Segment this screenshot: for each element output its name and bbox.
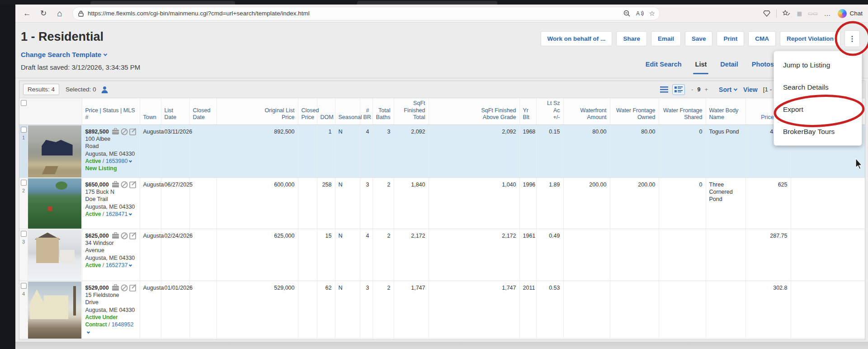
change-search-template-link[interactable]: Change Search Template xyxy=(21,51,107,58)
column-header-closed_date[interactable]: Closed Date xyxy=(189,98,217,124)
column-header-lot_size[interactable]: Lt Sz Ac +/- xyxy=(536,98,563,124)
restricted-icon[interactable] xyxy=(121,284,128,292)
row-checkbox[interactable] xyxy=(21,127,27,133)
cma-button[interactable]: CMA xyxy=(748,31,776,46)
briefcase-icon[interactable] xyxy=(112,284,119,291)
listing-photo-two-story-home-snow[interactable] xyxy=(28,229,81,281)
share-button[interactable]: Share xyxy=(616,31,647,46)
save-button[interactable]: Save xyxy=(685,31,713,46)
cell-closed-price xyxy=(298,177,317,229)
cell-water-body: Three Cornered Pond xyxy=(706,177,745,229)
edit-note-icon[interactable] xyxy=(129,181,137,188)
work-on-behalf-of-button[interactable]: Work on behalf of ... xyxy=(541,31,613,46)
menu-item-search-details[interactable]: Search Details xyxy=(774,76,862,98)
chevron-down-icon[interactable] xyxy=(86,330,90,334)
report-violation-button[interactable]: Report Violation xyxy=(780,31,840,46)
browser-tab[interactable] xyxy=(90,1,235,5)
tab-detail[interactable]: Detail xyxy=(720,61,738,72)
briefcase-icon[interactable] xyxy=(112,232,119,239)
listing-address: 175 Buck N Doe Trail xyxy=(85,188,122,203)
view-button[interactable]: View xyxy=(743,86,758,93)
menu-item-brokerbay-tours[interactable]: BrokerBay Tours xyxy=(774,120,862,143)
restricted-icon[interactable] xyxy=(121,232,128,239)
edit-note-icon[interactable] xyxy=(129,128,137,135)
listing-photo-ranch-home-snow[interactable] xyxy=(28,282,81,339)
row-number: 4 xyxy=(22,291,28,297)
mls-number-link[interactable]: 1652737 xyxy=(106,262,128,268)
column-header-dom[interactable]: DOM xyxy=(317,98,335,124)
column-header-sqft_above[interactable]: SqFt Finished Above Grade xyxy=(429,98,519,124)
tab-list[interactable]: List xyxy=(695,61,707,72)
listing-photo-aerial-lake-forest[interactable] xyxy=(28,178,81,229)
column-header-list_date[interactable]: List Date xyxy=(161,98,189,124)
address-bar[interactable]: https://me.flexmls.com/cgi-bin/mainmenu.… xyxy=(72,7,660,20)
email-button[interactable]: Email xyxy=(651,31,681,46)
chevron-down-icon[interactable] xyxy=(129,212,132,215)
column-header-water_frontage_shared[interactable]: Water Frontage Shared xyxy=(659,98,706,124)
chevron-down-icon[interactable] xyxy=(129,263,132,267)
more-actions-button[interactable]: ⋮ xyxy=(844,30,860,47)
listing-city: Augusta, ME 04330 xyxy=(85,203,137,210)
row-checkbox[interactable] xyxy=(21,180,27,186)
browser-tab[interactable] xyxy=(357,1,497,5)
toolbar-divider xyxy=(776,10,777,18)
person-icon[interactable] xyxy=(101,86,108,93)
tab-edit-search[interactable]: Edit Search xyxy=(646,61,682,72)
menu-item-export[interactable]: Export xyxy=(774,98,862,120)
edit-note-icon[interactable] xyxy=(129,232,137,239)
sort-button[interactable]: Sort xyxy=(719,86,737,93)
detail-list-view-icon[interactable] xyxy=(672,84,685,95)
column-header-sqft_total[interactable]: SqFt Finished Total xyxy=(394,98,429,124)
listing-photo-lakefront-home-winter[interactable] xyxy=(28,125,81,177)
copilot-chat-label[interactable]: Chat xyxy=(849,10,863,17)
cell-water-frontage-owned: 200.00 xyxy=(610,177,659,229)
restricted-icon[interactable] xyxy=(121,181,128,188)
print-button[interactable]: Print xyxy=(717,31,744,46)
reload-icon[interactable]: ↻ xyxy=(37,7,50,20)
chevron-down-icon[interactable] xyxy=(129,159,132,163)
column-header-closed_price[interactable]: Closed Price xyxy=(298,98,317,124)
column-header-town[interactable]: Town xyxy=(140,98,161,124)
briefcase-icon[interactable] xyxy=(112,181,119,188)
lock-icon xyxy=(78,10,84,17)
briefcase-icon[interactable] xyxy=(112,128,119,135)
column-header-baths[interactable]: Total Baths xyxy=(373,98,394,124)
collections-icon[interactable]: ▭▭ xyxy=(808,10,818,17)
menu-item-jump-to-listing[interactable]: Jump to Listing xyxy=(774,54,862,76)
column-header-price-status-mls[interactable]: Price | Status | MLS # xyxy=(82,98,140,124)
restricted-icon[interactable] xyxy=(121,128,128,135)
font-larger-button[interactable]: + xyxy=(704,86,708,93)
column-header-seasonal[interactable]: Seasonal xyxy=(335,98,360,124)
row-checkbox[interactable] xyxy=(21,231,27,237)
copilot-icon[interactable] xyxy=(838,9,847,18)
font-smaller-button[interactable]: - xyxy=(691,86,693,93)
zoom-out-icon[interactable] xyxy=(623,10,631,17)
listing-row-1648952: 4$529,00015 Fieldstone DriveAugusta, ME … xyxy=(19,281,865,339)
column-header-orig_list_price[interactable]: Original List Price xyxy=(217,98,298,124)
column-header-yr_built[interactable]: Yr Blt xyxy=(519,98,536,124)
settings-more-icon[interactable]: … xyxy=(824,10,830,17)
browser-toolbar: ← ↻ ⌂ https://me.flexmls.com/cgi-bin/mai… xyxy=(15,5,868,23)
column-header-waterfront_amount[interactable]: Waterfront Amount xyxy=(563,98,610,124)
read-aloud-icon[interactable]: A xyxy=(636,10,644,17)
column-header-water_body[interactable]: Water Body Name xyxy=(706,98,745,124)
favorite-star-icon[interactable]: ☆ xyxy=(649,10,655,18)
home-icon[interactable]: ⌂ xyxy=(53,7,66,20)
extension-icon[interactable]: ▦ xyxy=(797,10,802,17)
table-header-row: Price | Status | MLS #TownList DateClose… xyxy=(19,98,865,124)
browser-essentials-icon[interactable] xyxy=(763,10,770,17)
mls-number-link[interactable]: 1628471 xyxy=(106,211,128,217)
edit-note-icon[interactable] xyxy=(129,284,137,292)
mls-number-link[interactable]: 1648952 xyxy=(112,321,134,328)
cell-water-frontage-owned xyxy=(610,281,659,339)
select-all-checkbox[interactable] xyxy=(21,100,27,106)
listing-summary-cell: $892,500100 Albee RoadAugusta, ME 04330A… xyxy=(82,124,140,177)
list-view-icon[interactable] xyxy=(658,84,670,95)
url-text[interactable]: https://me.flexmls.com/cgi-bin/mainmenu.… xyxy=(88,10,618,17)
row-checkbox[interactable] xyxy=(21,283,27,289)
favorites-edit-icon[interactable] xyxy=(783,10,791,17)
column-header-water_frontage_owned[interactable]: Water Frontage Owned xyxy=(610,98,659,124)
back-icon[interactable]: ← xyxy=(21,7,33,20)
tab-photos[interactable]: Photos xyxy=(752,61,774,72)
mls-number-link[interactable]: 1653980 xyxy=(106,158,128,164)
